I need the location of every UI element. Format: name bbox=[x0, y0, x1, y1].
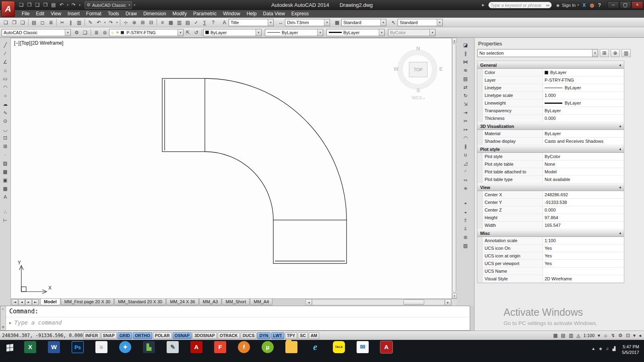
property-value[interactable]: 1:100 bbox=[543, 237, 624, 244]
linetype-dropdown[interactable]: ByLayer ▾ bbox=[265, 29, 323, 36]
copy-tool-icon[interactable]: ∥ bbox=[461, 49, 470, 58]
menu-data-view[interactable]: Data View bbox=[260, 10, 288, 18]
taskbar-safari-icon[interactable]: ✦ bbox=[119, 341, 131, 353]
menu-tools[interactable]: Tools bbox=[105, 10, 122, 18]
toggle-lwt[interactable]: LWT bbox=[271, 332, 284, 339]
horizontal-scroll-thumb[interactable] bbox=[403, 300, 424, 305]
taskbar-excel-icon[interactable]: X bbox=[24, 341, 36, 353]
property-value[interactable]: 248286.692 bbox=[543, 191, 624, 198]
arc-tool-icon[interactable]: ◠ bbox=[1, 83, 10, 92]
table-style-icon[interactable]: ▦ bbox=[333, 19, 341, 27]
toggle-snap[interactable]: SNAP bbox=[101, 332, 117, 339]
infocenter-expand-icon[interactable]: ▶ bbox=[482, 3, 485, 7]
mirror-tool-icon[interactable]: ⋈ bbox=[461, 58, 470, 66]
property-value[interactable]: ByLayer bbox=[543, 130, 624, 137]
property-value[interactable]: 1.000 bbox=[543, 92, 624, 99]
menu-draw[interactable]: Draw bbox=[122, 10, 140, 18]
collapse-icon[interactable]: ▲ bbox=[617, 62, 624, 68]
measure-tool-icon[interactable]: ⊢ bbox=[1, 216, 10, 225]
application-menu-button[interactable]: A bbox=[1, 1, 15, 17]
plot-icon[interactable]: ▤ bbox=[30, 19, 38, 27]
ellipse-tool-icon[interactable]: ⊙ bbox=[1, 117, 10, 125]
qat-redo-icon[interactable]: ↷ bbox=[70, 0, 77, 10]
property-value[interactable]: Model bbox=[543, 168, 624, 175]
quick-view-layouts-button[interactable]: ▤ bbox=[561, 333, 566, 338]
stretch-tool-icon[interactable]: ⇥ bbox=[461, 109, 470, 117]
layout-tab[interactable]: MM_A4 bbox=[250, 299, 272, 305]
zoom-realtime-icon[interactable]: ⊕ bbox=[130, 19, 138, 27]
toggle-ducs[interactable]: DUCS bbox=[241, 332, 257, 339]
scroll-down-arrow[interactable]: ▼ bbox=[452, 293, 457, 298]
property-value[interactable]: -91333.538 bbox=[543, 199, 624, 206]
style-dropdown[interactable]: Dim-T3mm ▾ bbox=[285, 19, 330, 26]
toggle-infer[interactable]: INFER bbox=[83, 332, 100, 339]
draw-order-back-icon[interactable]: ◒ bbox=[461, 208, 470, 216]
property-value[interactable]: 0.000 bbox=[543, 115, 624, 122]
qat-customize-icon[interactable]: ▾ bbox=[134, 3, 135, 7]
property-value[interactable]: ByLayer bbox=[543, 69, 624, 76]
save-icon[interactable]: ❑ bbox=[19, 19, 27, 27]
undo-list-arrow-icon[interactable]: ▾ bbox=[103, 19, 107, 27]
property-value[interactable]: None bbox=[543, 160, 624, 168]
toggle-3dosnap[interactable]: 3DOSNAP bbox=[192, 332, 217, 339]
layer-freeze-icon[interactable]: ☀ bbox=[114, 30, 119, 35]
dim-style-icon[interactable]: ↔ bbox=[277, 19, 285, 27]
scroll-right-arrow[interactable]: ▶ bbox=[445, 299, 451, 305]
construction-line-tool-icon[interactable]: ∕ bbox=[1, 49, 10, 58]
quickcalc-icon[interactable]: ∑ bbox=[200, 19, 209, 27]
toggle-otrack[interactable]: OTRACK bbox=[218, 332, 240, 339]
cut-icon[interactable]: ✂ bbox=[58, 19, 66, 27]
taskbar-clock[interactable]: 5:47 PM 5/5/2017 bbox=[615, 341, 644, 355]
publish-icon[interactable]: ≣ bbox=[47, 19, 55, 27]
table-tool-icon[interactable]: ▦ bbox=[1, 185, 10, 193]
viewcube[interactable]: N W E S TOP WCS ▾ bbox=[393, 45, 443, 104]
move-tool-icon[interactable]: ⇄ bbox=[461, 83, 470, 92]
tray-shield-icon[interactable]: ◈ bbox=[599, 346, 602, 351]
quick-select-button[interactable]: ▥ bbox=[621, 49, 631, 57]
qat-save-icon[interactable]: ❑ bbox=[34, 0, 41, 10]
search-icon[interactable]: ∞ bbox=[546, 2, 550, 8]
menu-help[interactable]: Help bbox=[244, 10, 260, 18]
command-input[interactable]: Type a command bbox=[14, 319, 62, 326]
help-icon[interactable]: ? bbox=[598, 2, 601, 8]
toggle-osnap[interactable]: OSNAP bbox=[173, 332, 192, 339]
layer-properties-icon[interactable]: ≣ bbox=[92, 29, 101, 37]
collapse-icon[interactable]: ▲ bbox=[617, 184, 624, 191]
layout-tab[interactable]: Model bbox=[40, 299, 60, 305]
make-layer-current-icon[interactable]: ⇱ bbox=[184, 29, 192, 37]
viewport-view-control[interactable]: [Top] bbox=[20, 40, 31, 46]
style-dropdown[interactable]: Title ▾ bbox=[229, 19, 274, 26]
viewport-menu-control[interactable]: [−] bbox=[14, 40, 20, 46]
copy-clip-icon[interactable]: ∥ bbox=[66, 19, 75, 27]
sign-in-button[interactable]: ☻ Sign In ▾ bbox=[555, 3, 579, 8]
rotate-tool-icon[interactable]: ↻ bbox=[461, 92, 470, 100]
select-objects-button[interactable]: ⊕ bbox=[611, 49, 620, 57]
annotation-autoscale-button[interactable]: ↯ bbox=[611, 333, 615, 338]
help-toolbar-icon[interactable]: ? bbox=[209, 19, 217, 27]
taskbar-photoshop-icon[interactable]: Ps bbox=[72, 341, 84, 353]
extend-tool-icon[interactable]: ↦ bbox=[461, 125, 470, 134]
qat-new-icon[interactable]: ❏ bbox=[18, 0, 25, 10]
property-value[interactable]: 165.547 bbox=[543, 222, 624, 229]
redo-list-arrow-icon[interactable]: ▾ bbox=[115, 19, 119, 27]
collapse-icon[interactable]: ▲ bbox=[617, 230, 624, 237]
ellipse-arc-tool-icon[interactable]: ◡ bbox=[1, 125, 10, 134]
property-value[interactable]: Not available bbox=[543, 176, 624, 183]
menu-view[interactable]: View bbox=[47, 10, 64, 18]
toggle-polar[interactable]: POLAR bbox=[153, 332, 172, 339]
vertical-scroll-thumb[interactable] bbox=[452, 43, 456, 293]
close-button[interactable]: × bbox=[632, 1, 643, 9]
layout-tab[interactable]: MM_First page 20 X 30 bbox=[61, 299, 114, 305]
property-value[interactable]: Yes bbox=[543, 260, 624, 267]
break-at-point-tool-icon[interactable]: ◠ bbox=[461, 134, 470, 142]
command-line-window[interactable]: ▪⚙ Command: ▸ Type a command bbox=[0, 306, 470, 331]
match-properties-icon[interactable]: ✎ bbox=[86, 19, 95, 27]
workspace-switch-button[interactable]: ⚙ bbox=[618, 333, 623, 338]
start-button[interactable] bbox=[0, 341, 19, 351]
annotation-scale-icon[interactable]: ◬ bbox=[576, 333, 580, 338]
taskbar-mail-icon[interactable]: ✉ bbox=[357, 341, 369, 353]
region-tool-icon[interactable]: ▣ bbox=[1, 176, 10, 185]
zoom-previous-icon[interactable]: ⊟ bbox=[147, 19, 155, 27]
taskbar-autocad-icon[interactable]: A bbox=[380, 341, 392, 353]
tray-expand-icon[interactable]: ▲ bbox=[591, 346, 595, 351]
